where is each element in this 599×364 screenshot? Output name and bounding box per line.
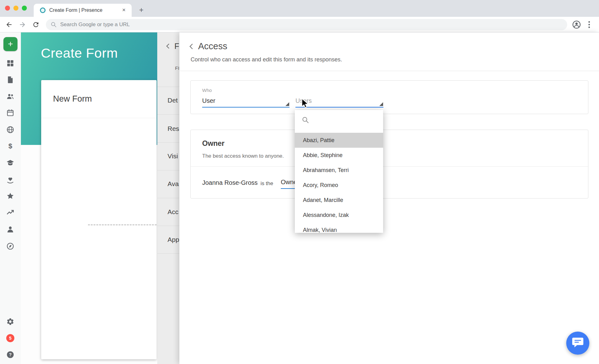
menu-option[interactable]: Abrahamsen, Terri [295,163,383,178]
users-dropdown-menu: Abazi, Pattie Abbie, Stephine Abrahamsen… [295,110,383,233]
address-placeholder: Search Google or type a URL [60,19,130,30]
browser-toolbar: Search Google or type a URL [0,17,599,32]
analytics-icon[interactable] [6,208,14,217]
options-item-appearance[interactable]: App [168,236,179,243]
dashboard-icon[interactable] [6,59,14,67]
access-title: Access [198,41,227,51]
select-arrow-icon [285,102,289,106]
owner-title: Owner [202,139,225,148]
browser-profile-icon[interactable] [572,20,581,29]
browser-menu-icon[interactable] [588,21,592,28]
address-bar[interactable]: Search Google or type a URL [46,19,567,30]
access-subtitle: Control who can access and edit this for… [191,56,342,63]
who-type-value: User [202,94,290,107]
graduation-cap-icon[interactable] [6,159,14,167]
who-type-select[interactable]: User [202,94,290,108]
window-minimize-button[interactable] [13,6,18,11]
menu-option[interactable]: Abbie, Stephine [295,148,383,163]
divider [157,226,179,226]
finance-icon[interactable]: $ [6,142,14,150]
tab-close-icon[interactable]: × [120,7,127,13]
search-icon [51,22,57,28]
help-icon[interactable]: ? [6,351,14,359]
divider [157,198,179,198]
svg-text:?: ? [9,352,12,357]
person-icon[interactable] [6,225,14,233]
events-calendar-icon[interactable] [6,109,14,117]
chat-bubble-icon [572,337,584,349]
options-back-icon[interactable] [165,43,172,50]
hand-heart-icon[interactable] [6,176,14,184]
options-item-access[interactable]: Acc [168,208,178,216]
browser-tab[interactable]: Create Form | Presence × [34,4,132,17]
options-panel-title: F [174,42,179,51]
divider [157,87,179,87]
divider [157,170,179,170]
form-options-panel: F FI Det Res Visi Ava Acc App [157,32,179,364]
tab-title: Create Form | Presence [49,4,121,17]
create-form-panel: Create Form New Form [21,32,157,364]
presence-favicon [40,7,46,13]
options-item-availability[interactable]: Ava [168,180,179,188]
notification-badge[interactable]: 5 [6,334,14,342]
divider [157,142,179,143]
create-button[interactable]: + [3,37,17,51]
options-item-visibility[interactable]: Visi [168,152,178,160]
forward-icon[interactable] [19,21,26,28]
divider [179,71,599,71]
options-section-label: FI [175,65,179,71]
access-panel: Access Control who can access and edit t… [179,32,599,364]
menu-option-list: Abazi, Pattie Abbie, Stephine Abrahamsen… [295,133,383,233]
back-icon[interactable] [5,21,13,28]
star-icon[interactable] [6,192,14,200]
mouse-cursor [301,98,309,108]
settings-gear-icon[interactable] [6,318,14,326]
drop-zone-dashed-line [88,224,157,225]
menu-search-icon[interactable] [302,116,309,124]
who-card: Who User Users [190,80,588,114]
globe-icon[interactable] [6,126,14,134]
browser-tab-strip: Create Form | Presence × + [0,0,599,17]
window-zoom-button[interactable] [22,6,27,11]
screen: Create Form | Presence × + Search Google… [0,0,599,364]
owner-subtitle: The best access known to anyone. [202,153,284,159]
divider [157,114,179,115]
owner-name: Joanna Rose-Gross [202,179,258,186]
reload-icon[interactable] [32,21,40,28]
menu-option[interactable]: Abazi, Pattie [295,133,383,148]
owner-connector-text: is the [261,180,273,187]
page-title: Create Form [41,46,118,61]
new-form-card: New Form [41,80,157,359]
compass-icon[interactable] [6,242,14,250]
menu-option[interactable]: Acory, Romeo [295,178,383,193]
form-card-header: New Form [41,80,157,118]
select-arrow-icon [379,102,383,106]
access-back-icon[interactable] [188,43,195,50]
form-card-title: New Form [53,94,92,103]
window-close-button[interactable] [5,6,10,11]
options-item-details[interactable]: Det [168,97,178,104]
divider [157,253,179,254]
chat-launcher-button[interactable] [566,332,589,355]
new-tab-button[interactable]: + [137,6,145,14]
forms-icon[interactable] [6,76,14,84]
people-icon[interactable] [6,93,14,101]
menu-option[interactable]: Adanet, Marcille [295,193,383,208]
divider [191,166,588,167]
options-item-responses[interactable]: Res [168,125,179,132]
menu-option[interactable]: Almak, Vivian [295,223,383,233]
menu-option[interactable]: Alessandone, Izak [295,208,383,223]
owner-card: Owner The best access known to anyone. J… [190,130,588,199]
app-sidebar: + $ [0,32,21,364]
who-label: Who [202,88,212,93]
